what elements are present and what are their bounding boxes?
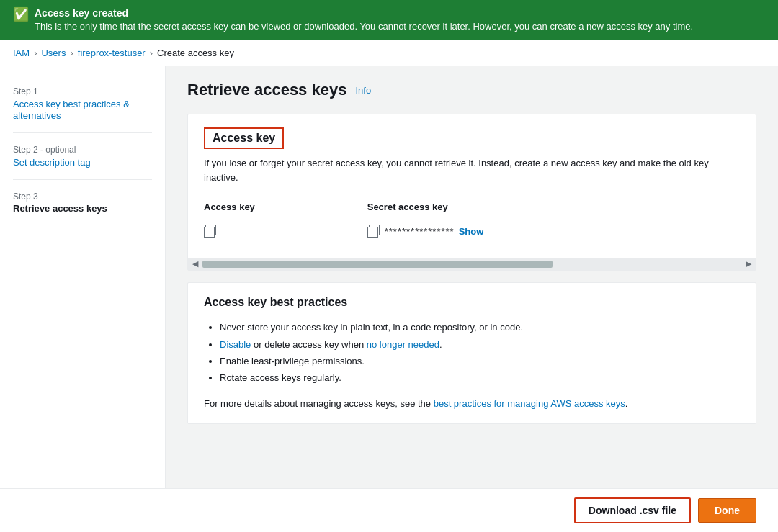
step-3-title: Retrieve access keys [13,203,152,214]
banner-content: Access key created This is the only time… [35,7,693,33]
step-1-item: Step 1 Access key best practices & alter… [0,81,165,127]
breadcrumb: IAM › Users › fireprox-testuser › Create… [0,40,778,66]
col-secret-key: Secret access key [367,196,740,217]
secret-dots: **************** [385,226,455,237]
success-banner: ✅ Access key created This is the only ti… [0,0,778,40]
breadcrumb-sep-3: › [150,48,153,58]
copy-secret-key-icon[interactable] [367,225,380,238]
disable-link[interactable]: Disable [220,339,251,350]
list-item: Never store your access key in plain tex… [220,319,740,335]
keys-table: Access key Secret access key [204,196,740,245]
main-layout: Step 1 Access key best practices & alter… [0,66,778,526]
breadcrumb-sep-1: › [34,48,37,58]
best-practices-link[interactable]: best practices for managing AWS access k… [434,398,625,409]
page-title: Retrieve access keys [187,81,346,99]
info-link[interactable]: Info [355,85,371,96]
breadcrumb-sep-2: › [70,48,73,58]
step-3-label: Step 3 [13,191,152,202]
col-access-key: Access key [204,196,367,217]
best-practices-list: Never store your access key in plain tex… [204,319,740,387]
done-button[interactable]: Done [698,498,756,523]
step-1-label: Step 1 [13,86,152,96]
keys-row: **************** Show [204,217,740,245]
best-practices-section: Access key best practices Never store yo… [188,283,756,423]
access-key-description: If you lose or forget your secret access… [204,156,740,184]
step-2-label: Step 2 - optional [13,145,152,155]
access-key-card: Access key If you lose or forget your se… [187,114,756,271]
step-2-link[interactable]: Set description tag [13,157,91,168]
content-area: Retrieve access keys Info Access key If … [166,66,778,526]
action-bar: Download .csv file Done [0,488,778,526]
access-key-cell [204,217,367,245]
step-3-item: Step 3 Retrieve access keys [0,186,165,220]
copy-access-key-icon[interactable] [204,225,217,238]
access-key-header: Access key [204,127,284,149]
secret-key-cell: **************** Show [367,217,740,245]
scroll-thumb[interactable] [202,261,553,268]
scroll-right-arrow[interactable]: ▶ [741,259,756,269]
step-1-divider [13,132,152,133]
step-2-item: Step 2 - optional Set description tag [0,139,165,173]
page-title-row: Retrieve access keys Info [187,81,756,99]
breadcrumb-users[interactable]: Users [41,48,66,58]
access-key-section: Access key If you lose or forget your se… [188,114,756,258]
step-1-link[interactable]: Access key best practices & alternatives [13,99,130,121]
breadcrumb-iam[interactable]: IAM [13,48,30,58]
breadcrumb-current: Create access key [157,48,234,58]
scroll-left-arrow[interactable]: ◀ [188,259,202,269]
best-practices-card: Access key best practices Never store yo… [187,282,756,424]
list-item: Disable or delete access key when no lon… [220,336,740,353]
show-secret-link[interactable]: Show [459,226,484,237]
secret-row: **************** Show [367,225,740,238]
best-practices-title: Access key best practices [204,296,740,309]
no-longer-link[interactable]: no longer needed [367,339,439,350]
best-practices-footer: For more details about managing access k… [204,397,740,411]
list-item: Enable least-privilege permissions. [220,353,740,369]
step-2-divider [13,179,152,180]
banner-description: This is the only time that the secret ac… [35,20,693,33]
list-item: Rotate access keys regularly. [220,369,740,386]
breadcrumb-testuser[interactable]: fireprox-testuser [78,48,146,58]
check-icon: ✅ [13,7,29,23]
banner-title: Access key created [35,7,693,19]
sidebar: Step 1 Access key best practices & alter… [0,66,166,526]
download-csv-button[interactable]: Download .csv file [574,497,691,523]
